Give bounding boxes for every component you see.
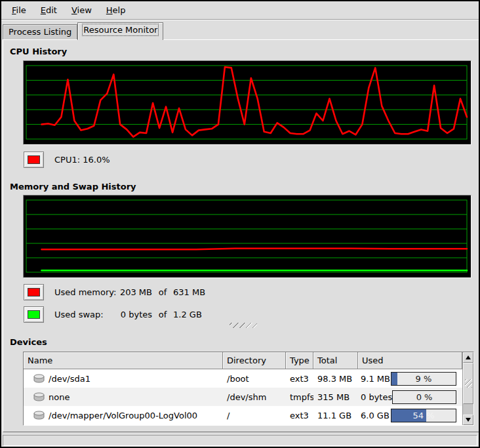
device-directory: /boot <box>223 369 286 388</box>
memory-history-title: Memory and Swap History <box>10 182 136 192</box>
usage-percent-label: 54 % <box>391 409 456 422</box>
used-swap-color-swatch-button[interactable] <box>24 306 44 323</box>
table-row-dev-sda1[interactable]: /dev/sda1 /boot ext3 98.3 MB 9.1 MB 9 % <box>24 369 462 388</box>
usage-percent-label: 0 % <box>393 391 456 403</box>
used-swap-value: 0 bytes <box>119 310 152 319</box>
column-header-total[interactable]: Total <box>313 352 358 369</box>
device-name: none <box>49 392 70 402</box>
used-swap-legend: Used swap: 0 bytes of 1.2 GB <box>54 306 202 323</box>
harddisk-icon <box>33 374 45 384</box>
scroll-down-button[interactable] <box>463 415 473 425</box>
device-total: 98.3 MB <box>313 369 358 388</box>
device-used: 0 bytes <box>361 392 392 402</box>
system-monitor-window: File Edit View Help Process Listing Reso… <box>0 0 480 448</box>
menu-view[interactable]: View <box>65 3 98 18</box>
table-row-volgroup[interactable]: /dev/mapper/VolGroup00-LogVol00 / ext3 1… <box>24 406 462 424</box>
used-swap-color-swatch <box>28 310 40 319</box>
menu-help[interactable]: Help <box>100 3 132 18</box>
device-directory: /dev/shm <box>223 388 286 406</box>
device-used: 6.0 GB <box>361 411 390 420</box>
used-memory-value: 203 MB <box>119 287 152 297</box>
cpu-history-graph <box>23 60 471 145</box>
usage-progress-bar: 54 % <box>391 409 456 422</box>
device-total: 11.1 GB <box>313 406 358 424</box>
device-type: ext3 <box>286 406 313 424</box>
usage-progress-bar: 9 % <box>391 372 456 386</box>
usage-percent-label: 9 % <box>391 373 456 385</box>
resource-monitor-page: CPU History CPU1: 16.0% Memory and Swap … <box>3 39 480 432</box>
thumb-grip-icon <box>465 379 472 388</box>
menu-bar: File Edit View Help <box>1 1 479 20</box>
scrollbar-thumb[interactable] <box>463 363 473 404</box>
column-header-used[interactable]: Used <box>358 352 462 369</box>
of-label: of <box>152 287 173 297</box>
tab-strip: Process Listing Resource Monitor <box>3 22 477 39</box>
tab-label: Process Listing <box>9 27 71 37</box>
tab-label: Resource Monitor <box>83 25 157 35</box>
devices-table-header: Name Directory Type Total Used <box>24 352 462 369</box>
scroll-up-button[interactable] <box>463 352 473 363</box>
status-bar <box>3 435 477 446</box>
devices-table: Name Directory Type Total Used /dev/sda1… <box>23 352 474 426</box>
memory-total-value: 631 MB <box>173 287 205 297</box>
device-name: /dev/sda1 <box>49 374 90 384</box>
vertical-scrollbar[interactable] <box>462 352 473 425</box>
tab-resource-monitor[interactable]: Resource Monitor <box>77 22 163 40</box>
tab-process-listing[interactable]: Process Listing <box>3 24 77 39</box>
column-header-name[interactable]: Name <box>24 352 223 369</box>
harddisk-icon <box>33 411 45 420</box>
used-memory-color-swatch-button[interactable] <box>24 284 44 300</box>
used-swap-label: Used swap: <box>54 310 119 319</box>
used-memory-color-swatch <box>28 288 40 296</box>
column-header-type[interactable]: Type <box>286 352 313 369</box>
down-arrow-icon <box>466 418 471 422</box>
device-total: 315 MB <box>313 388 358 406</box>
device-used: 9.1 MB <box>361 374 390 384</box>
table-row-none[interactable]: none /dev/shm tmpfs 315 MB 0 bytes 0 % <box>24 388 462 406</box>
up-arrow-icon <box>466 356 471 359</box>
swap-total-value: 1.2 GB <box>173 310 202 319</box>
pane-resize-grip[interactable] <box>230 323 257 328</box>
device-type: ext3 <box>286 369 313 388</box>
cpu-history-title: CPU History <box>10 47 67 56</box>
scrollbar-trough[interactable] <box>463 404 473 415</box>
cpu1-legend-label: CPU1: 16.0% <box>54 152 110 168</box>
used-memory-label: Used memory: <box>54 287 119 297</box>
devices-title: Devices <box>10 337 47 347</box>
device-type: tmpfs <box>286 388 313 406</box>
device-directory: / <box>223 406 286 424</box>
used-memory-legend: Used memory: 203 MB of 631 MB <box>54 284 205 300</box>
device-name: /dev/mapper/VolGroup00-LogVol00 <box>49 411 197 420</box>
menu-file[interactable]: File <box>5 3 33 18</box>
cpu1-color-swatch <box>28 155 40 164</box>
menu-edit[interactable]: Edit <box>34 3 64 18</box>
harddisk-icon <box>33 392 45 402</box>
memory-swap-graph <box>23 195 471 278</box>
column-header-directory[interactable]: Directory <box>223 352 286 369</box>
usage-progress-bar: 0 % <box>392 390 456 404</box>
cpu1-color-swatch-button[interactable] <box>24 152 44 168</box>
of-label: of <box>152 310 173 319</box>
